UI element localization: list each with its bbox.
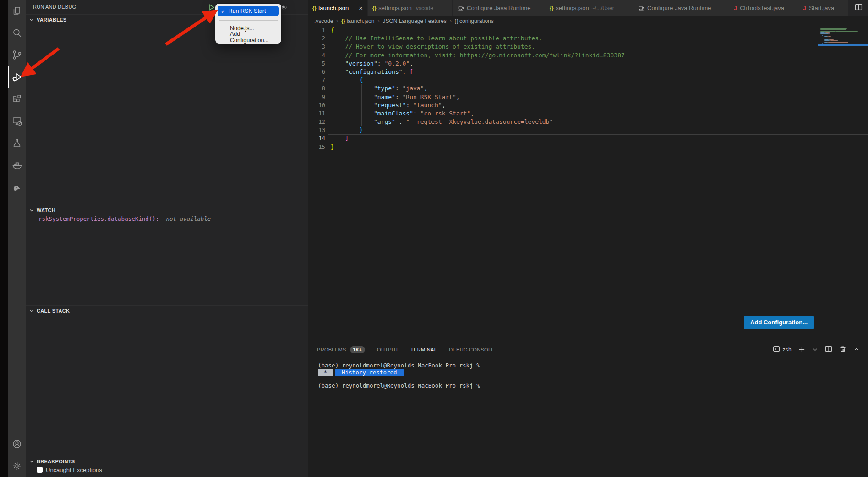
shell-chip[interactable]: zsh — [773, 345, 792, 354]
line-number[interactable]: 4 — [308, 51, 325, 60]
breadcrumb-separator: › — [450, 18, 452, 24]
indent-guide — [347, 34, 347, 134]
split-editor-icon[interactable] — [855, 3, 863, 13]
line-number[interactable]: 7 — [308, 76, 325, 84]
activity-item-source-control[interactable] — [8, 44, 26, 66]
code-line[interactable]: 5 "version": "0.2.0", — [308, 60, 868, 68]
code-line[interactable]: 13 } — [308, 126, 868, 134]
code-line[interactable]: 12 "args" : "--regtest -Xkeyvalue.dataso… — [308, 118, 868, 126]
breadcrumb-item-json-language-features[interactable]: JSON Language Features — [382, 18, 446, 24]
line-number[interactable]: 3 — [308, 43, 325, 51]
minimap-token — [820, 29, 846, 30]
line-number[interactable]: 14 — [308, 134, 325, 143]
line-number[interactable]: 15 — [308, 143, 325, 151]
code-line[interactable]: 14 ] — [308, 134, 868, 143]
editor-tab-start-java[interactable]: JStart.java — [798, 0, 848, 16]
panel-tab-problems[interactable]: PROBLEMS1K+ — [317, 345, 365, 355]
line-number[interactable]: 10 — [308, 101, 325, 110]
minimap-token — [831, 36, 831, 37]
activity-item-run-and-debug[interactable] — [8, 66, 26, 88]
line-number[interactable]: 11 — [308, 110, 325, 118]
code-line[interactable]: 6 "configurations": [ — [308, 68, 868, 76]
line-number[interactable]: 1 — [308, 26, 325, 34]
terminal-icon — [773, 345, 780, 354]
breadcrumb-item-configurations[interactable]: [ ]configurations — [455, 18, 494, 24]
code-line[interactable]: 4 // For more information, visit: https:… — [308, 51, 868, 60]
add-configuration-button[interactable]: Add Configuration... — [744, 316, 814, 329]
line-number[interactable]: 5 — [308, 60, 325, 68]
breadcrumb-item-launch-json[interactable]: {}launch.json — [341, 18, 374, 24]
code-line[interactable]: 1{ — [308, 26, 868, 34]
new-terminal-icon[interactable] — [798, 346, 805, 354]
panel-tab-debug-console[interactable]: DEBUG CONSOLE — [449, 345, 495, 354]
minimap-token — [820, 28, 847, 29]
breadcrumb-item-vscode[interactable]: .vscode — [314, 18, 333, 24]
breakpoint-checkbox[interactable] — [37, 467, 43, 473]
dropdown-item-add-configuration[interactable]: Add Configuration... — [218, 33, 279, 41]
chevron-down-icon — [28, 458, 35, 465]
activity-item-extensions[interactable] — [8, 88, 26, 110]
code-line[interactable]: 2 // Use IntelliSense to learn about pos… — [308, 34, 868, 43]
tab-detail: ~/.../User — [592, 5, 614, 11]
line-number[interactable]: 9 — [308, 93, 325, 101]
line-number[interactable]: 6 — [308, 68, 325, 76]
code-token — [331, 60, 345, 67]
section-header-call-stack[interactable]: CALL STACK — [26, 305, 308, 316]
watch-expression-row[interactable]: rskSystemProperties.databaseKind(): not … — [38, 215, 211, 222]
code-line[interactable]: 3 // Hover to view descriptions of exist… — [308, 43, 868, 51]
section-header-breakpoints[interactable]: BREAKPOINTS — [26, 456, 308, 466]
activity-item-remote-explorer[interactable] — [8, 110, 26, 132]
editor-tab-settings-json[interactable]: {}settings.json.vscode — [368, 0, 453, 16]
panel-tab-output[interactable]: OUTPUT — [377, 345, 399, 354]
kill-terminal-trash-icon[interactable] — [839, 345, 846, 354]
code-line[interactable]: 8 "type": "java", — [308, 84, 868, 93]
activity-item-testing[interactable] — [8, 132, 26, 154]
editor-tab-clitoolstest-java[interactable]: JCliToolsTest.java — [729, 0, 798, 16]
activity-item-accounts[interactable] — [8, 433, 26, 455]
line-number[interactable]: 2 — [308, 34, 325, 43]
editor-tab-settings-json[interactable]: {}settings.json~/.../User — [545, 0, 633, 16]
tab-label: CliToolsTest.java — [740, 5, 784, 11]
dropdown-separator — [219, 20, 278, 21]
line-number[interactable]: 13 — [308, 126, 325, 134]
activity-item-docker[interactable] — [8, 154, 26, 176]
breakpoint-row[interactable]: Uncaught Exceptions — [37, 466, 102, 473]
java-icon: J — [734, 5, 737, 11]
more-actions-icon[interactable]: ··· — [299, 1, 307, 9]
maximize-panel-chevron-icon[interactable] — [853, 346, 860, 353]
activity-item-explorer[interactable] — [8, 0, 26, 22]
activity-item-settings[interactable] — [8, 455, 26, 477]
code-line[interactable]: 9 "name": "Run RSK Start", — [308, 93, 868, 101]
code-token — [331, 77, 360, 83]
editor-tab-launch-json[interactable]: {}launch.json× — [308, 0, 368, 16]
activity-item-gradle[interactable] — [8, 176, 26, 198]
account-icon — [11, 438, 23, 450]
minimap[interactable] — [818, 27, 868, 63]
activity-item-search[interactable] — [8, 22, 26, 44]
code-token — [331, 126, 360, 133]
start-debugging-button[interactable] — [207, 3, 216, 13]
code-token: , — [456, 93, 460, 100]
dropdown-selected-item[interactable]: ✓ Run RSK Start — [218, 6, 279, 16]
dropdown-selected-label: Run RSK Start — [228, 8, 266, 14]
split-terminal-icon[interactable] — [825, 345, 832, 354]
code-token — [331, 68, 345, 75]
code-line[interactable]: 15} — [308, 143, 868, 151]
code-editor[interactable]: 1{2 // Use IntelliSense to learn about p… — [308, 26, 868, 341]
code-token — [331, 85, 374, 92]
code-line[interactable]: 7 { — [308, 76, 868, 84]
terminal-dropdown-chevron-icon[interactable] — [812, 346, 818, 353]
panel-tab-terminal[interactable]: TERMINAL — [410, 345, 437, 354]
line-number[interactable]: 8 — [308, 84, 325, 93]
terminal-output[interactable]: (base) reynoldmorel@Reynolds-MacBook-Pro… — [308, 358, 868, 389]
section-header-watch[interactable]: WATCH — [26, 205, 308, 215]
line-number[interactable]: 12 — [308, 118, 325, 126]
editor-tab-configure-java-runtime[interactable]: Configure Java Runtime — [453, 0, 545, 16]
code-line[interactable]: 10 "request": "launch", — [308, 101, 868, 110]
code-line[interactable]: 11 "mainClass": "co.rsk.Start", — [308, 110, 868, 118]
minimap-token — [824, 42, 827, 43]
debug-settings-gear-icon[interactable] — [280, 3, 288, 13]
code-line-text: "mainClass": "co.rsk.Start", — [325, 110, 474, 118]
editor-tab-configure-java-runtime[interactable]: Configure Java Runtime — [633, 0, 729, 16]
close-icon[interactable]: × — [359, 5, 363, 11]
